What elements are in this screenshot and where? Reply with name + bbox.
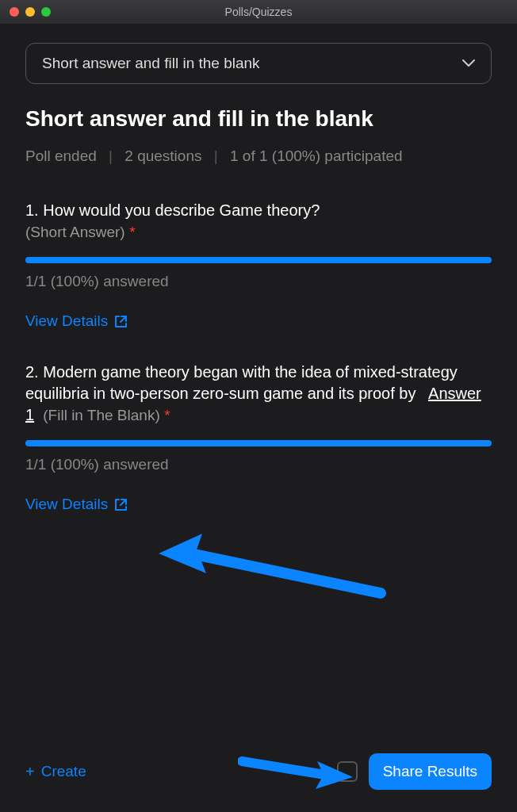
answer-progress-bar: [25, 440, 492, 446]
meta-separator: |: [109, 147, 113, 164]
question-block-2: 2. Modern game theory began with the ide…: [25, 362, 492, 513]
answered-count: 1/1 (100%) answered: [25, 456, 492, 473]
create-button[interactable]: + Create: [25, 763, 86, 781]
close-window-button[interactable]: [10, 7, 19, 17]
window-titlebar: Polls/Quizzes: [0, 0, 517, 24]
view-details-link[interactable]: View Details: [25, 312, 128, 330]
required-indicator: *: [129, 224, 135, 240]
view-details-label: View Details: [25, 312, 108, 330]
question-text: 1. How would you describe Game theory? (…: [25, 200, 492, 243]
minimize-window-button[interactable]: [25, 7, 35, 17]
poll-question-count: 2 questions: [124, 147, 201, 164]
external-link-icon: [114, 498, 128, 511]
meta-separator: |: [214, 147, 218, 164]
poll-meta: Poll ended | 2 questions | 1 of 1 (100%)…: [25, 147, 492, 165]
chevron-down-icon: [462, 59, 475, 67]
poll-status: Poll ended: [25, 147, 97, 164]
window-title: Polls/Quizzes: [225, 6, 293, 18]
question-body: How would you describe Game theory?: [43, 201, 320, 219]
bottom-toolbar: + Create Share Results: [0, 739, 517, 812]
question-type-label: (Fill in The Blank): [43, 407, 159, 423]
view-details-label: View Details: [25, 496, 108, 513]
answer-progress-bar: [25, 257, 492, 263]
answered-count: 1/1 (100%) answered: [25, 273, 492, 290]
question-text: 2. Modern game theory began with the ide…: [25, 362, 492, 426]
poll-participation: 1 of 1 (100%) participated: [230, 147, 403, 164]
view-details-link[interactable]: View Details: [25, 496, 128, 513]
stop-button[interactable]: [337, 761, 358, 782]
question-body: Modern game theory began with the idea o…: [25, 363, 458, 402]
maximize-window-button[interactable]: [41, 7, 51, 17]
question-number: 2.: [25, 363, 39, 381]
main-content: Short answer and fill in the blank Short…: [0, 24, 517, 564]
required-indicator: *: [164, 407, 170, 423]
question-number: 1.: [25, 201, 39, 219]
question-block-1: 1. How would you describe Game theory? (…: [25, 200, 492, 330]
dropdown-selected-label: Short answer and fill in the blank: [42, 55, 260, 72]
window-controls: [10, 7, 51, 17]
page-title: Short answer and fill in the blank: [25, 106, 492, 132]
bottom-right-controls: Share Results: [337, 753, 492, 790]
share-results-button[interactable]: Share Results: [369, 753, 492, 790]
plus-icon: +: [25, 763, 35, 781]
question-type-label: (Short Answer): [25, 224, 125, 240]
poll-selector-dropdown[interactable]: Short answer and fill in the blank: [25, 43, 492, 84]
external-link-icon: [114, 315, 128, 328]
create-label: Create: [41, 763, 86, 780]
